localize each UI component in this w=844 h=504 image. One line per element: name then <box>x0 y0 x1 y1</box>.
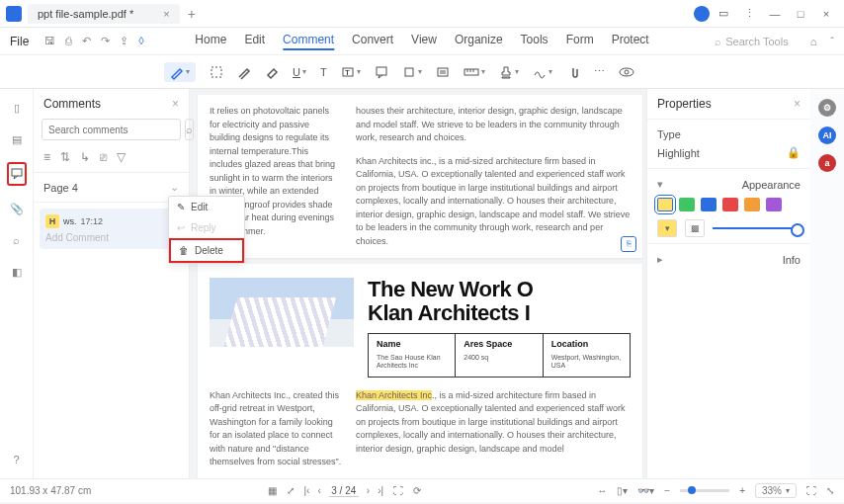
redo-icon[interactable]: ↷ <box>101 35 110 47</box>
svg-text:T: T <box>345 68 350 77</box>
tab-close-icon[interactable]: × <box>163 8 169 20</box>
file-menu[interactable]: File <box>10 35 29 48</box>
tab-tools[interactable]: Tools <box>521 33 549 50</box>
add-comment-input[interactable]: Add Comment <box>45 228 177 249</box>
sort-icon[interactable]: ⇅ <box>60 150 70 164</box>
eraser-tool[interactable] <box>265 65 279 79</box>
tab-protect[interactable]: Protect <box>612 33 649 50</box>
lock-icon[interactable]: 🔒 <box>787 146 801 159</box>
undo-icon[interactable]: ↶ <box>82 35 91 47</box>
share-icon[interactable]: ⇪ <box>120 35 128 47</box>
pencil-tool[interactable] <box>237 65 251 79</box>
signature-tool[interactable]: ▾ <box>533 65 552 79</box>
search-tools-input[interactable]: Search Tools <box>725 36 788 47</box>
comments-panel-icon[interactable] <box>7 162 27 186</box>
zoom-slider[interactable] <box>680 489 729 492</box>
fullscreen-icon[interactable]: ⤡ <box>826 485 834 496</box>
user-avatar[interactable] <box>694 6 710 22</box>
swatch-yellow[interactable] <box>657 198 673 211</box>
swatch-green[interactable] <box>679 198 695 211</box>
fields-panel-icon[interactable]: ◧ <box>8 263 26 281</box>
document-tab[interactable]: ppt file-sample.pdf * × <box>28 4 180 24</box>
collapse-ribbon-icon[interactable]: ˆ <box>830 36 834 47</box>
settings-circle-icon[interactable]: ⚙ <box>818 99 836 117</box>
highlighter-tool[interactable]: ▾ <box>164 62 196 82</box>
textbox-tool[interactable]: T▾ <box>341 65 361 79</box>
highlighted-text[interactable]: Khan Architects Inc <box>356 390 432 400</box>
read-icon[interactable]: 👓▾ <box>637 485 654 496</box>
single-page-icon[interactable]: ▯▾ <box>617 485 628 496</box>
save-icon[interactable]: 🖫 <box>44 35 55 47</box>
reflow-icon[interactable]: ⤢ <box>287 485 295 496</box>
opacity-slider[interactable] <box>713 227 801 229</box>
next-page-icon[interactable]: › <box>367 485 370 496</box>
tab-edit[interactable]: Edit <box>244 33 265 50</box>
feedback-icon[interactable]: ▭ <box>712 2 735 26</box>
tab-view[interactable]: View <box>411 33 437 50</box>
zoom-select[interactable]: 33%▾ <box>755 483 797 498</box>
help-icon[interactable]: ⌂ <box>810 36 817 47</box>
swatch-purple[interactable] <box>766 198 782 211</box>
last-page-icon[interactable]: ›| <box>378 485 383 496</box>
translate-icon[interactable]: a <box>818 154 836 172</box>
tab-form[interactable]: Form <box>566 33 594 50</box>
opacity-pattern-icon[interactable]: ▩ <box>685 219 705 237</box>
tab-organize[interactable]: Organize <box>455 33 503 50</box>
page-input[interactable] <box>329 485 359 497</box>
hide-comments-tool[interactable] <box>619 66 634 78</box>
swatch-blue[interactable] <box>701 198 717 211</box>
comment-item[interactable]: H ws. 17:12 ⋯ Add Comment <box>40 209 183 249</box>
prev-page-icon[interactable]: ‹ <box>317 485 320 496</box>
highlight-quick-icon[interactable]: ◊ <box>138 35 143 47</box>
page-action-icon[interactable]: ⎘ <box>621 236 636 252</box>
measure-tool[interactable]: ▾ <box>464 65 485 79</box>
callout-tool[interactable] <box>375 65 388 79</box>
note-tool[interactable] <box>436 65 450 79</box>
help-icon[interactable]: ? <box>8 451 26 468</box>
close-properties-icon[interactable]: × <box>794 97 801 111</box>
underline-tool[interactable]: U▾ <box>293 66 306 78</box>
first-page-icon[interactable]: |‹ <box>304 485 310 496</box>
text-tool[interactable]: T <box>320 66 327 78</box>
actual-size-icon[interactable]: ⛶ <box>806 485 816 496</box>
search-panel-icon[interactable]: ⌕ <box>8 231 26 249</box>
options-icon[interactable]: ⎚ <box>100 150 107 164</box>
close-button[interactable]: × <box>814 2 838 26</box>
swatch-orange[interactable] <box>744 198 760 211</box>
zoom-in-icon[interactable]: + <box>739 485 745 496</box>
fit-width-icon[interactable]: ↔ <box>597 485 607 496</box>
area-highlight-tool[interactable] <box>210 65 223 79</box>
view-mode-icon[interactable]: ▦ <box>268 485 277 496</box>
zoom-out-icon[interactable]: − <box>664 485 670 496</box>
expand-all-icon[interactable]: ≡ <box>43 150 50 164</box>
maximize-button[interactable]: □ <box>789 2 812 26</box>
tab-home[interactable]: Home <box>195 33 226 50</box>
attachment-tool[interactable] <box>566 65 580 79</box>
swatch-red[interactable] <box>722 198 738 211</box>
comments-search-input[interactable] <box>42 119 181 140</box>
minimize-button[interactable]: — <box>763 2 787 26</box>
document-viewport[interactable]: It relies on photovoltaic panels for ele… <box>190 89 646 478</box>
reply-icon[interactable]: ↳ <box>80 150 90 164</box>
filter-icon[interactable]: ▽ <box>117 150 126 164</box>
thumbnails-icon[interactable]: ▯ <box>8 99 26 117</box>
fit-page-icon[interactable]: ⛶ <box>393 485 403 496</box>
page-section-header[interactable]: Page 4 ⌄ <box>34 173 189 203</box>
ai-assistant-icon[interactable]: AI <box>818 126 836 144</box>
more-tool[interactable]: ⋯ <box>594 65 605 78</box>
attachments-panel-icon[interactable]: 📎 <box>8 200 26 217</box>
tab-comment[interactable]: Comment <box>283 33 334 50</box>
rotate-icon[interactable]: ⟳ <box>413 485 421 496</box>
kebab-icon[interactable]: ⋮ <box>737 2 761 26</box>
print-icon[interactable]: ⎙ <box>65 35 72 47</box>
close-panel-icon[interactable]: × <box>172 97 179 111</box>
bookmarks-icon[interactable]: ▤ <box>8 130 26 148</box>
tab-convert[interactable]: Convert <box>352 33 393 50</box>
fill-color-picker[interactable]: ▾ <box>657 219 677 237</box>
ctx-delete[interactable]: 🗑Delete <box>169 238 244 263</box>
ctx-edit[interactable]: ✎Edit <box>169 197 244 217</box>
stamp-tool[interactable]: ▾ <box>499 65 519 79</box>
new-tab-button[interactable]: + <box>188 6 196 22</box>
info-label[interactable]: Info <box>783 254 801 266</box>
shape-tool[interactable]: ▾ <box>402 65 422 79</box>
